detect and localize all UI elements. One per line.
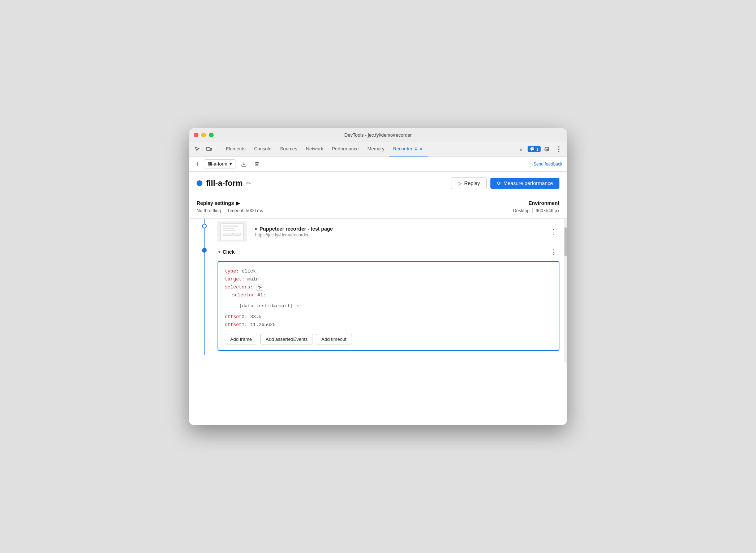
measure-performance-button[interactable]: ⟳ Measure performance	[490, 178, 559, 189]
tab-bar: Elements Console Sources Network Perform…	[189, 142, 567, 157]
maximize-button[interactable]	[209, 133, 214, 137]
main-content: fill-a-form ✏ ▷ Replay ⟳ Measure perform…	[189, 172, 567, 425]
more-tabs-icon[interactable]: »	[516, 144, 526, 154]
delete-icon[interactable]	[252, 159, 262, 169]
step2-expand-arrow: ▼	[218, 250, 221, 254]
add-recording-button[interactable]: +	[194, 160, 201, 168]
red-arrow-icon: ←	[297, 299, 302, 313]
title-bar: DevTools - jec.fyi/demo/recorder	[189, 128, 567, 142]
tab-recorder[interactable]: Recorder 🎙 ✕	[389, 142, 428, 157]
chevron-right-icon: ▶	[236, 200, 240, 206]
steps-scroll-area: ▶ Puppeteer recorder - test page https:/…	[189, 219, 567, 363]
settings-details: No throttling Timeout: 5000 ms	[197, 208, 263, 213]
step2-timeline	[195, 244, 213, 355]
step1-more-button[interactable]: ⋮	[547, 226, 559, 237]
steps-container: ▶ Puppeteer recorder - test page https:/…	[189, 219, 564, 363]
selector-picker-icon[interactable]	[257, 284, 263, 291]
svg-rect-0	[206, 147, 210, 150]
env-divider	[532, 208, 533, 213]
environment-title: Environment	[513, 200, 559, 206]
recording-title: fill-a-form	[206, 179, 242, 188]
step1-thumbnail	[218, 222, 246, 241]
export-icon[interactable]	[239, 159, 249, 169]
replay-settings-toggle[interactable]: Replay settings ▶	[197, 200, 263, 206]
step1-expand-arrow: ▶	[255, 227, 258, 231]
tab-elements[interactable]: Elements	[222, 142, 250, 157]
traffic-lights	[194, 133, 214, 137]
recording-actions: ▷ Replay ⟳ Measure performance	[451, 177, 559, 189]
tab-console[interactable]: Console	[250, 142, 276, 157]
divider	[224, 208, 224, 213]
step1-info: ▶ Puppeteer recorder - test page https:/…	[255, 226, 333, 237]
step2-title: Click	[223, 249, 235, 255]
more-options-icon[interactable]: ⋮	[554, 144, 564, 154]
step1-dot	[202, 224, 207, 228]
close-button[interactable]	[194, 133, 198, 137]
step2-code-box: type: click target: main selectors:	[218, 261, 559, 351]
code-selector1-val-line: [data-testid=email] ←	[225, 299, 552, 313]
code-selectors-line: selectors:	[225, 283, 552, 291]
timeline-line	[204, 219, 205, 244]
tab-performance[interactable]: Performance	[327, 142, 363, 157]
step1-content: ▶ Puppeteer recorder - test page https:/…	[213, 219, 564, 244]
tab-bar-right: » 💬 1 ⋮	[516, 144, 564, 154]
recording-status-dot	[197, 180, 202, 186]
devtools-icons	[192, 144, 219, 154]
step1-header: ▶ Puppeteer recorder - test page https:/…	[218, 222, 559, 241]
recording-name-label: fill-a-form	[208, 161, 227, 167]
environment-value: Desktop 960×546 px	[513, 208, 559, 213]
inspect-icon[interactable]	[192, 144, 202, 154]
performance-icon: ⟳	[497, 180, 501, 186]
step2-more-button[interactable]: ⋮	[547, 247, 559, 257]
chat-icon: 💬	[530, 147, 535, 151]
settings-icon[interactable]	[542, 144, 552, 154]
step1-title: Puppeteer recorder - test page	[259, 226, 333, 232]
recorder-icon: 🎙	[414, 146, 418, 151]
step2-action-buttons: Add frame Add assertedEvents Add timeout	[225, 334, 552, 344]
step1-url: https://jec.fyi/demo/recorder	[255, 232, 333, 237]
add-timeout-button[interactable]: Add timeout	[316, 334, 352, 344]
device-icon[interactable]	[204, 144, 214, 154]
edit-name-icon[interactable]: ✏	[246, 180, 251, 187]
tab-memory[interactable]: Memory	[363, 142, 389, 157]
settings-left: Replay settings ▶ No throttling Timeout:…	[197, 200, 263, 213]
chevron-down-icon: ▾	[229, 161, 232, 167]
scrollbar-thumb[interactable]	[564, 227, 567, 256]
add-asserted-events-button[interactable]: Add assertedEvents	[260, 334, 313, 344]
tab-sources[interactable]: Sources	[276, 142, 302, 157]
send-feedback-link[interactable]: Send feedback	[533, 162, 562, 167]
recording-selector[interactable]: fill-a-form ▾	[204, 159, 236, 168]
settings-panel: Replay settings ▶ No throttling Timeout:…	[189, 195, 567, 219]
code-offsetY-line: offsetY: 11.265625	[225, 321, 552, 329]
recorder-toolbar: + fill-a-form ▾ Send feedback	[189, 157, 567, 172]
svg-rect-1	[210, 148, 211, 150]
play-icon: ▷	[458, 180, 462, 186]
step2-wrapper: ▼ Click ⋮ type: click target:	[195, 244, 564, 355]
tab-close-icon[interactable]: ✕	[418, 146, 424, 152]
replay-button[interactable]: ▷ Replay	[451, 177, 487, 189]
recording-header: fill-a-form ✏ ▷ Replay ⟳ Measure perform…	[189, 172, 567, 195]
window-title: DevTools - jec.fyi/demo/recorder	[344, 132, 412, 138]
step2-content: ▼ Click ⋮ type: click target:	[213, 244, 564, 355]
minimize-button[interactable]	[201, 133, 206, 137]
devtools-window: DevTools - jec.fyi/demo/recorder Element…	[189, 128, 567, 425]
tab-network[interactable]: Network	[302, 142, 328, 157]
scrollbar[interactable]	[564, 219, 567, 363]
step1-wrapper: ▶ Puppeteer recorder - test page https:/…	[195, 219, 564, 244]
step2-dot	[202, 248, 207, 253]
code-target-line: target: main	[225, 275, 552, 283]
timeline-line2	[204, 244, 205, 355]
feedback-badge[interactable]: 💬 1	[528, 146, 541, 152]
step1-timeline	[195, 219, 213, 244]
settings-right: Environment Desktop 960×546 px	[513, 200, 559, 213]
code-selector1-line: selector #1:	[225, 291, 552, 299]
add-frame-button[interactable]: Add frame	[225, 334, 257, 344]
tab-divider	[217, 146, 217, 153]
code-type-line: type: click	[225, 267, 552, 275]
code-offsetX-line: offsetX: 33.5	[225, 313, 552, 321]
step2-header[interactable]: ▼ Click ⋮	[218, 247, 559, 257]
